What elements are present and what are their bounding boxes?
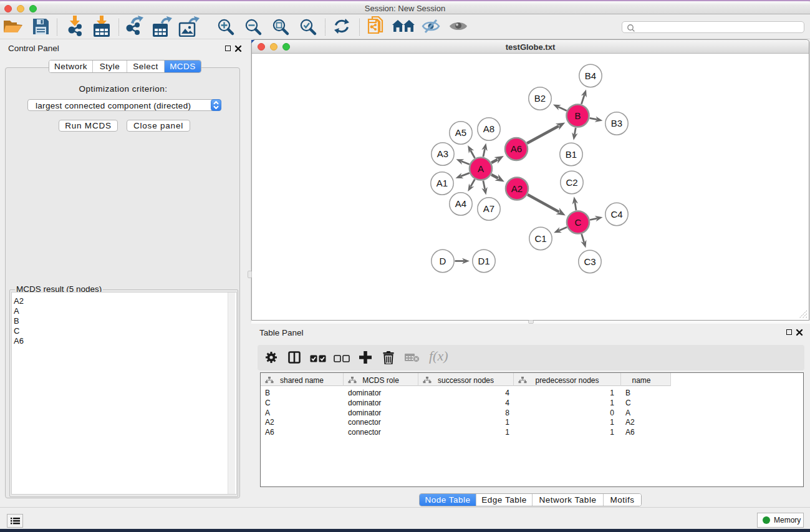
svg-text:C3: C3: [584, 256, 595, 267]
svg-text:A3: A3: [437, 148, 448, 159]
svg-text:A1: A1: [436, 178, 448, 188]
svg-text:A6: A6: [511, 143, 522, 154]
svg-text:A2: A2: [511, 183, 523, 194]
svg-text:B4: B4: [585, 70, 596, 81]
svg-text:D: D: [440, 256, 446, 266]
svg-text:B2: B2: [534, 93, 546, 104]
svg-text:C4: C4: [610, 209, 622, 220]
svg-text:A8: A8: [483, 123, 494, 134]
svg-text:D1: D1: [478, 256, 489, 266]
svg-text:C: C: [575, 217, 582, 228]
svg-text:A5: A5: [455, 127, 466, 138]
svg-text:A: A: [478, 163, 484, 174]
svg-text:A4: A4: [455, 198, 466, 209]
svg-text:C2: C2: [566, 177, 577, 188]
svg-text:A7: A7: [483, 203, 494, 214]
svg-text:B3: B3: [611, 118, 622, 128]
svg-text:B: B: [574, 110, 581, 121]
svg-text:C1: C1: [534, 233, 546, 244]
svg-text:B1: B1: [566, 149, 577, 160]
